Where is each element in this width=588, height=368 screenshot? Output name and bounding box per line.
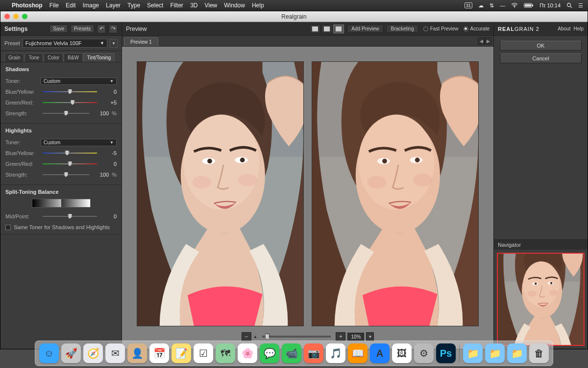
preview-after[interactable] [312, 61, 479, 326]
battery-icon[interactable] [524, 3, 534, 8]
about-link[interactable]: About [558, 26, 570, 31]
highlights-strength-slider[interactable] [43, 171, 89, 178]
tab-bw[interactable]: B&W [64, 53, 83, 62]
menu-filter[interactable]: Filter [170, 2, 183, 9]
shadows-strength-slider[interactable] [43, 110, 89, 117]
dock-app-launchpad[interactable]: 🚀 [61, 343, 81, 363]
bracketing-button[interactable]: Bracketing [386, 25, 418, 33]
menubar-app[interactable]: Photoshop [12, 2, 43, 9]
window-minimize-button[interactable] [13, 14, 19, 19]
dock-app-reminders[interactable]: ☑ [194, 343, 213, 363]
redo-icon[interactable]: ↷ [109, 25, 118, 33]
dock-app-preview[interactable]: 🖼 [392, 343, 412, 363]
help-link[interactable]: Help [573, 26, 584, 31]
menu-layer[interactable]: Layer [106, 2, 121, 9]
cancel-button[interactable]: Cancel [500, 53, 582, 63]
dock-app-safari[interactable]: 🧭 [83, 343, 103, 363]
tab-tone[interactable]: Tone [24, 53, 43, 62]
ok-button[interactable]: OK [500, 41, 582, 51]
dock-app-photoshop[interactable]: Ps [436, 343, 456, 363]
dock-app-mail[interactable]: ✉ [105, 343, 125, 363]
preset-menu-button[interactable]: ▼ [110, 39, 118, 48]
view-split-h-button[interactable] [321, 25, 332, 33]
dock-app-contacts[interactable]: 👤 [127, 343, 147, 363]
menu-view[interactable]: View [204, 2, 217, 9]
menu-edit[interactable]: Edit [66, 2, 76, 9]
menubar-clock[interactable]: Πτ 10:14 [539, 2, 561, 8]
navigator-thumbnail[interactable] [497, 253, 585, 346]
menu-image[interactable]: Image [83, 2, 99, 9]
dock-app-photos[interactable]: 🌸 [238, 343, 257, 363]
dock-app-itunes[interactable]: 🎵 [326, 343, 345, 363]
highlights-by-label: Blue/Yellow: [5, 150, 41, 156]
dock-app-notes[interactable]: 📝 [172, 343, 191, 363]
save-button[interactable]: Save [49, 25, 68, 33]
dock-folder-downloads[interactable]: 📁 [463, 343, 483, 363]
preview-area: − ▲ + 10% ▼ [122, 47, 493, 349]
highlights-title: Highlights [5, 128, 117, 133]
shadows-title: Shadows [5, 66, 117, 72]
dock-trash[interactable]: 🗑 [529, 343, 549, 363]
calendar-menuextra-icon[interactable]: 31 [465, 2, 472, 8]
wifi-icon[interactable] [511, 3, 518, 8]
menu-help[interactable]: Help [252, 2, 264, 9]
notifications-icon[interactable]: ☰ [578, 2, 583, 9]
tab-color[interactable]: Color [44, 53, 63, 62]
highlights-toner-select[interactable]: Custom▼ [41, 139, 117, 146]
menu-3d[interactable]: 3D [190, 2, 197, 9]
highlights-strength-label: Strength: [5, 172, 41, 178]
dock-app-sysprefs[interactable]: ⚙ [414, 343, 434, 363]
dock-app-maps[interactable]: 🗺 [216, 343, 235, 363]
dock-app-finder[interactable]: ☺ [39, 343, 59, 363]
highlights-by-slider[interactable] [43, 150, 97, 157]
spotlight-icon[interactable] [566, 2, 572, 8]
zoom-menu-button[interactable]: ▼ [366, 332, 374, 341]
view-single-button[interactable] [310, 25, 320, 33]
shadows-toner-select[interactable]: Custom▼ [41, 78, 117, 85]
preview-before[interactable] [137, 61, 304, 326]
tab-prev-button[interactable]: ◀ [478, 37, 485, 45]
midpoint-slider[interactable] [43, 213, 97, 220]
view-split-v-button[interactable] [333, 25, 344, 33]
fast-preview-radio[interactable]: Fast Preview [423, 26, 459, 31]
add-preview-button[interactable]: Add Preview [347, 25, 383, 33]
menu-select[interactable]: Select [147, 2, 163, 9]
highlights-gr-slider[interactable] [43, 160, 97, 167]
preset-select[interactable]: Fujichrome Velvla 100F ▼ [23, 39, 107, 48]
highlights-gr-value: 0 [99, 161, 117, 167]
zoom-out-button[interactable]: − [242, 332, 251, 341]
dock-folder-other[interactable]: 📁 [507, 343, 527, 363]
sync-icon[interactable]: ⇅ [490, 2, 494, 9]
shadows-by-slider[interactable] [43, 88, 97, 95]
same-toner-checkbox[interactable] [5, 225, 11, 230]
preview-tab-1[interactable]: Preview 1 [124, 37, 158, 46]
undo-icon[interactable]: ↶ [97, 25, 106, 33]
cloud-icon[interactable]: ☁ [478, 2, 484, 9]
dock-folder-docs[interactable]: 📁 [485, 343, 505, 363]
window-close-button[interactable] [4, 14, 10, 19]
accurate-radio[interactable]: Accurate [464, 26, 490, 31]
dock-app-messages[interactable]: 💬 [260, 343, 279, 363]
window-titlebar[interactable]: Realgrain [0, 11, 588, 22]
navigator-title: Navigator [494, 240, 588, 250]
dash-icon[interactable]: — [500, 2, 505, 8]
dock-app-ibooks[interactable]: 📖 [348, 343, 368, 363]
shadows-gr-slider[interactable] [43, 99, 97, 106]
tab-tint-toning[interactable]: Tint/Toning [83, 53, 115, 62]
tab-grain[interactable]: Grain [4, 53, 24, 62]
tab-next-button[interactable]: ▶ [485, 37, 491, 45]
dock-app-facetime[interactable]: 📹 [282, 343, 301, 363]
dock-app-appstore[interactable]: A [370, 343, 390, 363]
presets-button[interactable]: Presets [71, 25, 94, 33]
balance-strip[interactable] [32, 199, 91, 208]
zoom-slider[interactable] [262, 336, 331, 338]
zoom-in-button[interactable]: + [336, 332, 345, 341]
dock-app-calendar[interactable]: 📅 [149, 343, 169, 363]
menu-file[interactable]: File [49, 2, 59, 9]
window-zoom-button[interactable] [22, 14, 27, 19]
menu-type[interactable]: Type [127, 2, 140, 9]
menu-window[interactable]: Window [224, 2, 245, 9]
chevron-down-icon: ▼ [110, 140, 114, 145]
highlights-by-value: -5 [99, 150, 117, 156]
dock-app-photobooth[interactable]: 📷 [304, 343, 323, 363]
